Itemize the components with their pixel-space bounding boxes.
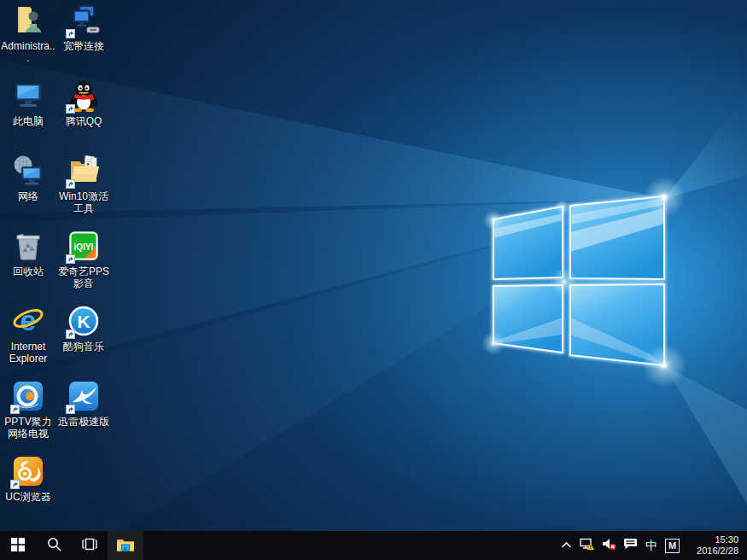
shortcut-arrow-icon: [10, 405, 20, 414]
desktop-icon-xunlei[interactable]: 迅雷极速版: [55, 379, 112, 428]
volume-button[interactable]: [601, 531, 616, 560]
icon-label: Win10激活工具: [55, 190, 112, 214]
action-center-button[interactable]: [622, 531, 638, 560]
search-button[interactable]: [36, 531, 72, 560]
task-view-button[interactable]: [72, 531, 108, 560]
shortcut-arrow-icon: [66, 405, 75, 414]
desktop-icon-kugou[interactable]: K 酷狗音乐: [55, 304, 112, 353]
kugou-icon: K: [67, 304, 101, 338]
qq-penguin-icon: [67, 79, 101, 113]
desktop-icon-grid: Administra... 宽带连接: [0, 0, 747, 531]
desktop-icon-administrator[interactable]: Administra...: [0, 3, 56, 64]
shortcut-arrow-icon: [66, 29, 75, 38]
icon-label: 网络: [18, 190, 38, 202]
broadband-connection-icon: [67, 3, 101, 38]
recycle-bin-icon: [11, 229, 45, 263]
task-view-icon: [82, 538, 97, 553]
desktop-icon-internet-explorer[interactable]: e Internet Explorer: [0, 304, 56, 365]
network-warning-icon: [580, 538, 595, 554]
clock-date: 2016/2/28: [697, 545, 738, 557]
icon-label: 酷狗音乐: [63, 341, 104, 353]
shortcut-arrow-icon: [66, 254, 75, 264]
hidden-icons-button[interactable]: [558, 531, 574, 560]
search-icon: [47, 537, 61, 554]
icon-label: UC浏览器: [5, 491, 50, 503]
icon-label: 回收站: [13, 265, 44, 277]
desktop-icon-recycle-bin[interactable]: 回收站: [0, 229, 56, 277]
file-explorer-icon: [116, 537, 135, 555]
desktop-icon-win10-activator[interactable]: Win10激活工具: [55, 154, 112, 214]
ie-icon: e: [11, 304, 45, 338]
volume-muted-icon: [602, 538, 616, 554]
shortcut-arrow-icon: [66, 330, 75, 339]
shortcut-arrow-icon: [66, 104, 75, 114]
taskbar: 中 M 15:30 2016/2/28: [0, 531, 747, 560]
file-explorer-button[interactable]: [108, 531, 143, 560]
chevron-up-icon: [561, 538, 572, 553]
desktop-icon-pptv[interactable]: PPTV聚力 网络电视: [0, 379, 56, 440]
icon-label: 爱奇艺PPS 影音: [55, 265, 112, 289]
desktop-icon-this-pc[interactable]: 此电脑: [0, 79, 56, 127]
icon-label: PPTV聚力 网络电视: [0, 416, 56, 440]
desktop-icon-uc-browser[interactable]: UC浏览器: [0, 454, 56, 503]
clock-time: 15:30: [715, 534, 738, 545]
svg-text:iQIYI: iQIYI: [74, 242, 94, 252]
start-button[interactable]: [0, 531, 36, 560]
desktop-icon-broadband[interactable]: 宽带连接: [55, 3, 112, 52]
taskbar-clock[interactable]: 15:30 2016/2/28: [686, 534, 738, 557]
icon-label: Administra...: [0, 40, 56, 64]
uc-squirrel-icon: [11, 454, 45, 488]
network-status-button[interactable]: [580, 531, 595, 560]
icon-label: Internet Explorer: [0, 341, 56, 365]
svg-text:K: K: [77, 312, 90, 331]
desktop-icon-network[interactable]: 网络: [0, 154, 56, 202]
svg-text:e: e: [20, 304, 37, 336]
shortcut-arrow-icon: [66, 179, 75, 189]
desktop-icon-qq[interactable]: 腾讯QQ: [55, 79, 112, 127]
icon-label: 宽带连接: [63, 40, 104, 52]
xunlei-bird-icon: [67, 379, 101, 413]
action-center-icon: [623, 538, 638, 554]
pptv-icon: [11, 379, 45, 413]
user-folder-icon: [11, 3, 45, 38]
windows-logo-icon: [11, 538, 25, 554]
ime-mode-indicator[interactable]: M: [665, 539, 680, 553]
computer-icon: [11, 79, 45, 113]
system-tray: 中 M 15:30 2016/2/28: [558, 531, 747, 560]
network-globe-icon: [11, 154, 45, 188]
folder-documents-icon: [67, 154, 101, 188]
ime-language-indicator[interactable]: 中: [644, 531, 659, 560]
shortcut-arrow-icon: [10, 480, 20, 489]
icon-label: 腾讯QQ: [66, 115, 102, 127]
desktop-icon-iqiyi[interactable]: iQIYI 爱奇艺PPS 影音: [55, 229, 112, 289]
icon-label: 此电脑: [13, 115, 44, 127]
icon-label: 迅雷极速版: [58, 416, 109, 428]
iqiyi-icon: iQIYI: [67, 229, 101, 263]
